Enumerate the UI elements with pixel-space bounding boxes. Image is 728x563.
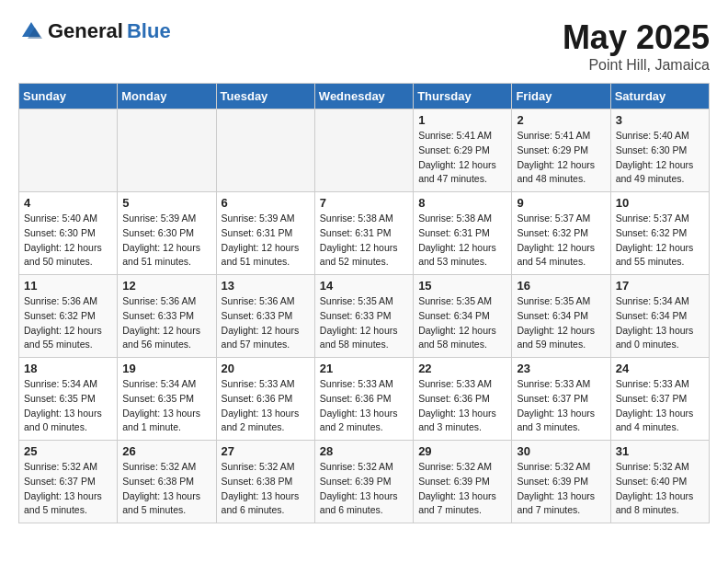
day-number: 31: [616, 444, 704, 458]
day-info: Sunrise: 5:41 AMSunset: 6:29 PMDaylight:…: [418, 129, 506, 187]
table-row: [19, 109, 118, 192]
day-info: Sunrise: 5:32 AMSunset: 6:39 PMDaylight:…: [320, 460, 408, 518]
day-info: Sunrise: 5:36 AMSunset: 6:32 PMDaylight:…: [24, 294, 112, 352]
table-row: 27Sunrise: 5:32 AMSunset: 6:38 PMDayligh…: [216, 441, 314, 523]
header-thursday: Thursday: [414, 84, 512, 109]
day-info: Sunrise: 5:32 AMSunset: 6:38 PMDaylight:…: [222, 460, 310, 518]
table-row: 20Sunrise: 5:33 AMSunset: 6:36 PMDayligh…: [216, 358, 314, 441]
table-row: 25Sunrise: 5:32 AMSunset: 6:37 PMDayligh…: [19, 441, 118, 523]
week-row-3: 11Sunrise: 5:36 AMSunset: 6:32 PMDayligh…: [19, 275, 710, 358]
week-row-1: 1Sunrise: 5:41 AMSunset: 6:29 PMDaylight…: [19, 109, 710, 192]
day-info: Sunrise: 5:34 AMSunset: 6:35 PMDaylight:…: [122, 377, 210, 435]
table-row: 19Sunrise: 5:34 AMSunset: 6:35 PMDayligh…: [118, 358, 216, 441]
day-info: Sunrise: 5:35 AMSunset: 6:34 PMDaylight:…: [517, 294, 605, 352]
day-number: 12: [122, 279, 210, 293]
day-info: Sunrise: 5:36 AMSunset: 6:33 PMDaylight:…: [222, 294, 310, 352]
day-number: 6: [222, 196, 310, 210]
day-info: Sunrise: 5:39 AMSunset: 6:31 PMDaylight:…: [222, 212, 310, 270]
table-row: 17Sunrise: 5:34 AMSunset: 6:34 PMDayligh…: [610, 275, 709, 358]
day-number: 13: [222, 279, 310, 293]
title-block: May 2025 Point Hill, Jamaica: [563, 18, 710, 74]
day-number: 24: [616, 362, 704, 375]
day-info: Sunrise: 5:32 AMSunset: 6:37 PMDaylight:…: [24, 460, 112, 518]
header-wednesday: Wednesday: [314, 84, 413, 109]
table-row: 15Sunrise: 5:35 AMSunset: 6:34 PMDayligh…: [414, 275, 512, 358]
day-number: 18: [24, 362, 112, 375]
table-row: 11Sunrise: 5:36 AMSunset: 6:32 PMDayligh…: [19, 275, 118, 358]
month-title: May 2025: [563, 18, 710, 57]
day-info: Sunrise: 5:33 AMSunset: 6:36 PMDaylight:…: [222, 377, 310, 435]
table-row: 7Sunrise: 5:38 AMSunset: 6:31 PMDaylight…: [314, 192, 413, 275]
day-info: Sunrise: 5:34 AMSunset: 6:34 PMDaylight:…: [616, 294, 704, 352]
day-number: 14: [320, 279, 408, 293]
day-number: 16: [517, 279, 605, 293]
day-info: Sunrise: 5:40 AMSunset: 6:30 PMDaylight:…: [24, 212, 112, 270]
table-row: [216, 109, 314, 192]
logo-blue: Blue: [127, 19, 171, 43]
table-row: 18Sunrise: 5:34 AMSunset: 6:35 PMDayligh…: [19, 358, 118, 441]
day-number: 11: [24, 279, 112, 293]
table-row: 29Sunrise: 5:32 AMSunset: 6:39 PMDayligh…: [414, 441, 512, 523]
table-row: 30Sunrise: 5:32 AMSunset: 6:39 PMDayligh…: [512, 441, 610, 523]
week-row-4: 18Sunrise: 5:34 AMSunset: 6:35 PMDayligh…: [19, 358, 710, 441]
day-info: Sunrise: 5:40 AMSunset: 6:30 PMDaylight:…: [616, 129, 704, 187]
day-info: Sunrise: 5:33 AMSunset: 6:37 PMDaylight:…: [517, 377, 605, 435]
day-number: 1: [418, 113, 506, 127]
day-number: 17: [616, 279, 704, 293]
header-sunday: Sunday: [19, 84, 118, 109]
day-info: Sunrise: 5:32 AMSunset: 6:39 PMDaylight:…: [418, 460, 506, 518]
day-info: Sunrise: 5:32 AMSunset: 6:38 PMDaylight:…: [122, 460, 210, 518]
day-number: 5: [122, 196, 210, 210]
page-header: GeneralBlue May 2025 Point Hill, Jamaica: [18, 18, 710, 74]
table-row: 6Sunrise: 5:39 AMSunset: 6:31 PMDaylight…: [216, 192, 314, 275]
table-row: 8Sunrise: 5:38 AMSunset: 6:31 PMDaylight…: [414, 192, 512, 275]
day-number: 10: [616, 196, 704, 210]
day-info: Sunrise: 5:39 AMSunset: 6:30 PMDaylight:…: [122, 212, 210, 270]
day-number: 26: [122, 444, 210, 458]
table-row: [118, 109, 216, 192]
table-row: 16Sunrise: 5:35 AMSunset: 6:34 PMDayligh…: [512, 275, 610, 358]
table-row: [314, 109, 413, 192]
location-title: Point Hill, Jamaica: [563, 57, 710, 74]
day-info: Sunrise: 5:33 AMSunset: 6:36 PMDaylight:…: [418, 377, 506, 435]
day-info: Sunrise: 5:33 AMSunset: 6:37 PMDaylight:…: [616, 377, 704, 435]
day-number: 28: [320, 444, 408, 458]
logo-general: General: [48, 19, 123, 43]
day-number: 21: [320, 362, 408, 375]
day-info: Sunrise: 5:35 AMSunset: 6:33 PMDaylight:…: [320, 294, 408, 352]
table-row: 10Sunrise: 5:37 AMSunset: 6:32 PMDayligh…: [610, 192, 709, 275]
table-row: 14Sunrise: 5:35 AMSunset: 6:33 PMDayligh…: [314, 275, 413, 358]
day-info: Sunrise: 5:41 AMSunset: 6:29 PMDaylight:…: [517, 129, 605, 187]
header-saturday: Saturday: [610, 84, 709, 109]
table-row: 5Sunrise: 5:39 AMSunset: 6:30 PMDaylight…: [118, 192, 216, 275]
logo-icon: [18, 18, 44, 44]
week-row-2: 4Sunrise: 5:40 AMSunset: 6:30 PMDaylight…: [19, 192, 710, 275]
day-info: Sunrise: 5:36 AMSunset: 6:33 PMDaylight:…: [122, 294, 210, 352]
day-number: 2: [517, 113, 605, 127]
table-row: 31Sunrise: 5:32 AMSunset: 6:40 PMDayligh…: [610, 441, 709, 523]
table-row: 3Sunrise: 5:40 AMSunset: 6:30 PMDaylight…: [610, 109, 709, 192]
day-number: 30: [517, 444, 605, 458]
day-info: Sunrise: 5:32 AMSunset: 6:40 PMDaylight:…: [616, 460, 704, 518]
week-row-5: 25Sunrise: 5:32 AMSunset: 6:37 PMDayligh…: [19, 441, 710, 523]
table-row: 1Sunrise: 5:41 AMSunset: 6:29 PMDaylight…: [414, 109, 512, 192]
day-info: Sunrise: 5:32 AMSunset: 6:39 PMDaylight:…: [517, 460, 605, 518]
table-row: 13Sunrise: 5:36 AMSunset: 6:33 PMDayligh…: [216, 275, 314, 358]
day-number: 15: [418, 279, 506, 293]
table-row: 22Sunrise: 5:33 AMSunset: 6:36 PMDayligh…: [414, 358, 512, 441]
day-number: 20: [222, 362, 310, 375]
day-info: Sunrise: 5:38 AMSunset: 6:31 PMDaylight:…: [320, 212, 408, 270]
day-number: 27: [222, 444, 310, 458]
logo: GeneralBlue: [18, 18, 171, 44]
day-number: 22: [418, 362, 506, 375]
table-row: 21Sunrise: 5:33 AMSunset: 6:36 PMDayligh…: [314, 358, 413, 441]
calendar-table: Sunday Monday Tuesday Wednesday Thursday…: [18, 83, 710, 523]
day-info: Sunrise: 5:33 AMSunset: 6:36 PMDaylight:…: [320, 377, 408, 435]
weekday-header-row: Sunday Monday Tuesday Wednesday Thursday…: [19, 84, 710, 109]
day-info: Sunrise: 5:34 AMSunset: 6:35 PMDaylight:…: [24, 377, 112, 435]
table-row: 26Sunrise: 5:32 AMSunset: 6:38 PMDayligh…: [118, 441, 216, 523]
day-number: 19: [122, 362, 210, 375]
day-info: Sunrise: 5:37 AMSunset: 6:32 PMDaylight:…: [517, 212, 605, 270]
table-row: 28Sunrise: 5:32 AMSunset: 6:39 PMDayligh…: [314, 441, 413, 523]
day-number: 8: [418, 196, 506, 210]
